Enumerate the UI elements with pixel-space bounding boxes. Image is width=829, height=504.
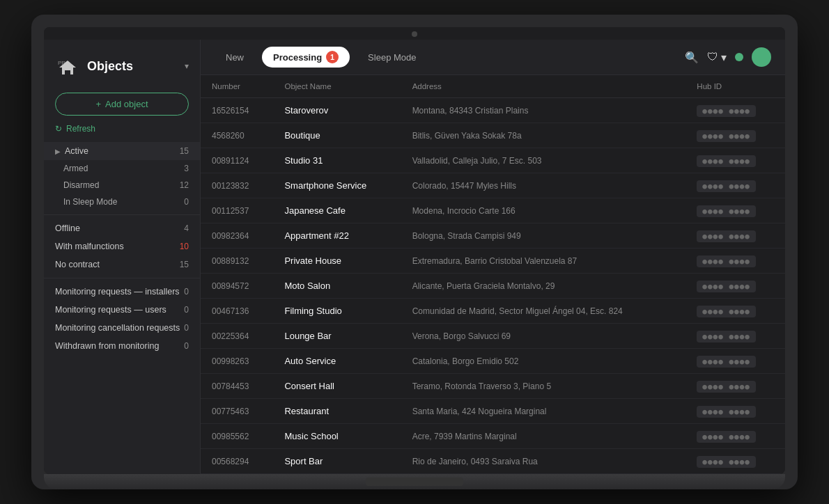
cell-name: Smartphone Service	[273, 173, 401, 198]
cell-number: 16526154	[201, 98, 273, 123]
refresh-button[interactable]: ↻ Refresh	[44, 121, 107, 141]
tab-sleep-mode[interactable]: Sleep Mode	[357, 48, 427, 67]
cell-number: 00775463	[201, 399, 273, 424]
laptop-screen: PRO Objects ▾ + Add object ↻ Refresh	[44, 27, 785, 474]
table-row[interactable]: 4568260 Boutique Bitlis, Güven Yaka Soka…	[201, 123, 785, 148]
cell-name: Private House	[273, 249, 401, 274]
table-row[interactable]: 00467136 Filming Studio Comunidad de Mad…	[201, 299, 785, 324]
cell-name: Moto Salon	[273, 274, 401, 299]
sidebar-item-withdrawn-label: Withdrawn from monitoring	[55, 341, 184, 351]
app-dropdown-arrow[interactable]: ▾	[185, 61, 189, 71]
cell-name: Appartment #22	[273, 223, 401, 249]
cell-address: Acre, 7939 Martins Marginal	[401, 424, 686, 449]
objects-table-container: Number Object Name Address Hub ID 165261…	[201, 75, 785, 474]
sidebar-item-disarmed-count: 12	[180, 180, 189, 190]
shield-dropdown-arrow: ▾	[721, 51, 727, 64]
cell-name: Auto Service	[273, 349, 401, 374]
cell-address: Verona, Borgo Salvucci 69	[401, 324, 686, 349]
cell-number: 4568260	[201, 123, 273, 148]
table-row[interactable]: 00112537 Japanese Cafe Modena, Incrocio …	[201, 198, 785, 223]
sidebar-divider-1	[44, 214, 200, 215]
sidebar: PRO Objects ▾ + Add object ↻ Refresh	[44, 40, 201, 474]
cell-name: Restaurant	[273, 399, 401, 424]
add-object-button[interactable]: + Add object	[55, 93, 189, 116]
camera-dot	[412, 31, 417, 37]
cell-address: Santa Maria, 424 Nogueira Marginal	[401, 399, 686, 424]
sidebar-item-monitoring-users-label: Monitoring requests — users	[55, 305, 184, 315]
sidebar-item-active[interactable]: ▶ Active 15	[44, 142, 200, 160]
sidebar-item-active-count: 15	[180, 146, 189, 156]
sidebar-item-monitoring-cancellation[interactable]: Monitoring cancellation requests 0	[44, 319, 200, 337]
table-row[interactable]: 00891124 Studio 31 Valladolid, Calleja J…	[201, 148, 785, 173]
laptop-frame: PRO Objects ▾ + Add object ↻ Refresh	[31, 15, 798, 489]
cell-address: Bologna, Strada Campisi 949	[401, 223, 686, 249]
cell-address: Rio de Janeiro, 0493 Saraiva Rua	[401, 449, 686, 474]
sidebar-item-armed[interactable]: Armed 3	[44, 160, 200, 177]
cell-name: Boutique	[273, 123, 401, 148]
tab-processing[interactable]: Processing 1	[262, 47, 350, 68]
sidebar-section-status: Offline 4 With malfunctions 10 No contra…	[44, 219, 200, 274]
sidebar-item-monitoring-cancellation-label: Monitoring cancellation requests	[55, 323, 184, 333]
sidebar-item-no-contract[interactable]: No contract 15	[44, 255, 200, 274]
sidebar-item-offline[interactable]: Offline 4	[44, 219, 200, 237]
app-title: Objects	[87, 59, 178, 74]
sidebar-item-monitoring-users[interactable]: Monitoring requests — users 0	[44, 301, 200, 319]
processing-badge: 1	[326, 51, 339, 63]
sidebar-item-armed-label: Armed	[63, 164, 184, 173]
table-row[interactable]: 00889132 Private House Extremadura, Barr…	[201, 249, 785, 274]
search-button[interactable]: 🔍	[685, 51, 699, 64]
chevron-right-icon: ▶	[55, 148, 61, 155]
sidebar-item-no-contract-count: 15	[180, 260, 189, 269]
cell-address: Alicante, Puerta Graciela Montalvo, 29	[401, 274, 686, 299]
sidebar-item-sleep-mode[interactable]: In Sleep Mode 0	[44, 194, 200, 210]
table-row[interactable]: 00784453 Consert Hall Teramo, Rotonda Tr…	[201, 374, 785, 399]
user-avatar[interactable]	[752, 47, 771, 67]
objects-table: Number Object Name Address Hub ID 165261…	[201, 75, 785, 474]
top-bar: New Processing 1 Sleep Mode 🔍	[201, 40, 785, 75]
add-icon: +	[95, 99, 101, 109]
table-row[interactable]: 16526154 Staroverov Montana, 84343 Crist…	[201, 98, 785, 123]
cell-hub-id: ●●●● ●●●●	[685, 449, 785, 474]
table-row[interactable]: 00982364 Appartment #22 Bologna, Strada …	[201, 223, 785, 249]
cell-number: 00894572	[201, 274, 273, 299]
table-row[interactable]: 00775463 Restaurant Santa Maria, 424 Nog…	[201, 399, 785, 424]
top-bar-icons: 🔍 🛡 ▾	[685, 47, 771, 67]
cell-hub-id: ●●●● ●●●●	[685, 198, 785, 223]
table-row[interactable]: 00225364 Lounge Bar Verona, Borgo Salvuc…	[201, 324, 785, 349]
sidebar-item-withdrawn[interactable]: Withdrawn from monitoring 0	[44, 337, 200, 355]
sidebar-item-malfunctions-count: 10	[180, 242, 189, 251]
table-header-row: Number Object Name Address Hub ID	[201, 75, 785, 98]
camera-bar	[44, 27, 785, 40]
sidebar-divider-2	[44, 278, 200, 278]
sidebar-section-monitoring: Monitoring requests — installers 0 Monit…	[44, 283, 200, 355]
table-row[interactable]: 00894572 Moto Salon Alicante, Puerta Gra…	[201, 274, 785, 299]
column-header-hub-id: Hub ID	[685, 75, 785, 98]
tab-new[interactable]: New	[215, 48, 255, 67]
cell-name: Music School	[273, 424, 401, 449]
cell-hub-id: ●●●● ●●●●	[685, 324, 785, 349]
cell-name: Consert Hall	[273, 374, 401, 399]
shield-menu-button[interactable]: 🛡 ▾	[707, 51, 727, 64]
cell-number: 00467136	[201, 299, 273, 324]
sidebar-item-malfunctions[interactable]: With malfunctions 10	[44, 237, 200, 255]
sidebar-item-disarmed[interactable]: Disarmed 12	[44, 177, 200, 194]
table-row[interactable]: 00998263 Auto Service Catalonia, Borgo E…	[201, 349, 785, 374]
cell-hub-id: ●●●● ●●●●	[685, 173, 785, 198]
cell-hub-id: ●●●● ●●●●	[685, 223, 785, 249]
sidebar-item-monitoring-installers[interactable]: Monitoring requests — installers 0	[44, 283, 200, 301]
sidebar-section-active: ▶ Active 15 Armed 3 Disarmed 12	[44, 142, 200, 210]
table-row[interactable]: 00568294 Sport Bar Rio de Janeiro, 0493 …	[201, 449, 785, 474]
sidebar-item-offline-label: Offline	[55, 223, 184, 233]
sidebar-item-armed-count: 3	[184, 164, 189, 173]
sidebar-item-malfunctions-label: With malfunctions	[55, 242, 180, 251]
cell-hub-id: ●●●● ●●●●	[685, 249, 785, 274]
logo-icon: PRO	[55, 54, 80, 79]
cell-address: Modena, Incrocio Carte 166	[401, 198, 686, 223]
cell-number: 00982364	[201, 223, 273, 249]
cell-number: 00225364	[201, 324, 273, 349]
cell-number: 00891124	[201, 148, 273, 173]
table-row[interactable]: 00123832 Smartphone Service Colorado, 15…	[201, 173, 785, 198]
sidebar-item-monitoring-installers-count: 0	[184, 287, 189, 297]
refresh-icon: ↻	[55, 124, 62, 134]
table-row[interactable]: 00985562 Music School Acre, 7939 Martins…	[201, 424, 785, 449]
